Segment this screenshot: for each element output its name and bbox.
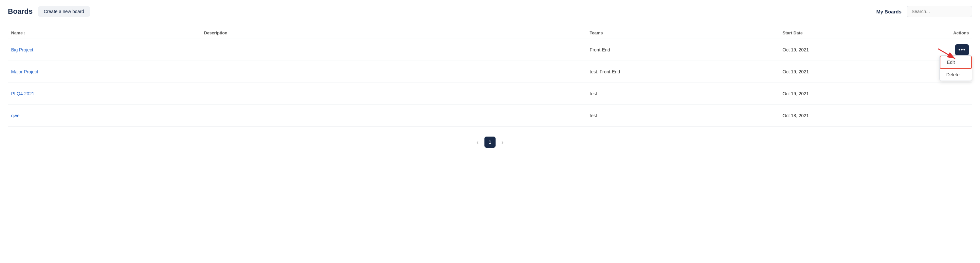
row-teams-cell: test, Front-End xyxy=(587,61,780,83)
next-page-button[interactable]: › xyxy=(498,137,507,147)
pagination: ‹ 1 › xyxy=(0,127,980,154)
page-title: Boards xyxy=(8,7,33,16)
row-start-date-cell: Oct 19, 2021 xyxy=(780,83,895,105)
board-link[interactable]: Major Project xyxy=(11,69,38,74)
board-link[interactable]: qwe xyxy=(11,113,20,118)
search-input[interactable] xyxy=(907,6,972,17)
row-teams-cell: test xyxy=(587,105,780,127)
row-teams-cell: Front-End xyxy=(587,39,780,61)
edit-button[interactable]: Edit xyxy=(940,56,972,69)
row-description-cell xyxy=(200,61,586,83)
col-header-name[interactable]: Name ↑ xyxy=(8,26,200,39)
table-row: PI Q4 2021testOct 19, 2021••• xyxy=(8,83,972,105)
table-row: Major Projecttest, Front-EndOct 19, 2021… xyxy=(8,61,972,83)
row-start-date-cell: Oct 19, 2021 xyxy=(780,61,895,83)
row-start-date-cell: Oct 19, 2021 xyxy=(780,39,895,61)
page-header: Boards Create a new board My Boards xyxy=(0,0,980,23)
col-header-description: Description xyxy=(200,26,586,39)
boards-table: Name ↑ Description Teams Start Date Acti… xyxy=(8,26,972,127)
actions-dropdown: EditDelete xyxy=(939,55,972,81)
sort-icon: ↑ xyxy=(22,31,25,35)
row-description-cell xyxy=(200,105,586,127)
row-actions-cell: ••• xyxy=(895,83,972,105)
my-boards-button[interactable]: My Boards xyxy=(876,9,902,14)
table-row: Big ProjectFront-EndOct 19, 2021•••EditD… xyxy=(8,39,972,61)
col-header-teams: Teams xyxy=(587,26,780,39)
row-name-cell: Big Project xyxy=(8,39,200,61)
board-link[interactable]: PI Q4 2021 xyxy=(11,91,34,96)
row-name-cell: PI Q4 2021 xyxy=(8,83,200,105)
row-name-cell: Major Project xyxy=(8,61,200,83)
col-header-actions: Actions xyxy=(895,26,972,39)
row-actions-cell: •••EditDelete xyxy=(895,39,972,61)
row-teams-cell: test xyxy=(587,83,780,105)
row-actions-cell: ••• xyxy=(895,105,972,127)
actions-menu-button[interactable]: ••• xyxy=(955,44,969,55)
prev-page-button[interactable]: ‹ xyxy=(473,137,482,147)
board-link[interactable]: Big Project xyxy=(11,47,33,53)
row-name-cell: qwe xyxy=(8,105,200,127)
delete-button[interactable]: Delete xyxy=(940,69,972,81)
row-start-date-cell: Oct 18, 2021 xyxy=(780,105,895,127)
col-header-start-date: Start Date xyxy=(780,26,895,39)
boards-table-container: Name ↑ Description Teams Start Date Acti… xyxy=(0,26,980,127)
create-board-button[interactable]: Create a new board xyxy=(38,6,90,17)
table-row: qwetestOct 18, 2021••• xyxy=(8,105,972,127)
row-description-cell xyxy=(200,39,586,61)
current-page-button[interactable]: 1 xyxy=(484,137,496,148)
table-header-row: Name ↑ Description Teams Start Date Acti… xyxy=(8,26,972,39)
row-description-cell xyxy=(200,83,586,105)
